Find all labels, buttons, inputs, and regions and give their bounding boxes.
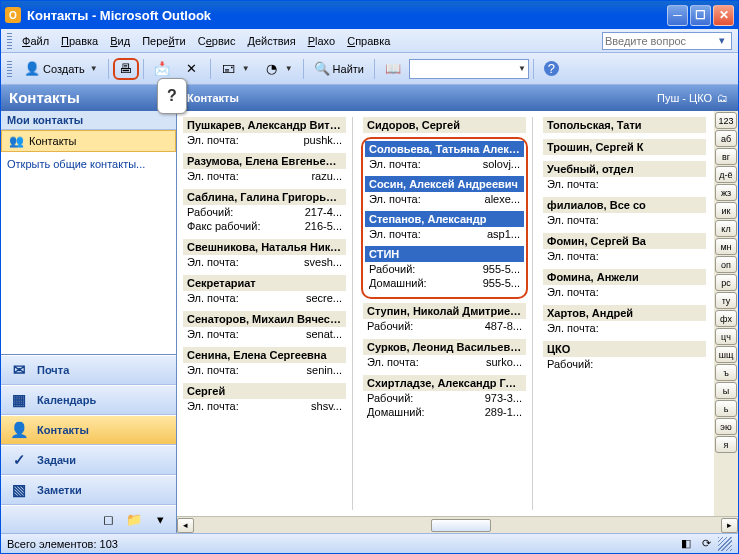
index-button[interactable]: кл xyxy=(715,220,737,237)
help-search[interactable]: ▾ xyxy=(602,32,732,50)
index-button[interactable]: ы xyxy=(715,382,737,399)
contact-card[interactable]: филиалов, Все соЭл. почта: xyxy=(543,197,706,227)
index-button[interactable]: рс xyxy=(715,274,737,291)
index-button[interactable]: фх xyxy=(715,310,737,327)
card-header[interactable]: Ступин, Николай Дмитриевич xyxy=(363,303,526,319)
menu-actions[interactable]: Действия xyxy=(241,33,301,49)
menu-plaxo[interactable]: Plaxo xyxy=(302,33,342,49)
contact-card[interactable]: ЦКОРабочий: xyxy=(543,341,706,371)
horizontal-scrollbar[interactable]: ◂ ▸ xyxy=(177,516,738,533)
folder-icon[interactable]: 📁 xyxy=(124,510,144,530)
wunderbar-item[interactable]: 👤Контакты xyxy=(1,415,176,445)
card-header[interactable]: Сергей xyxy=(183,383,346,399)
contact-card[interactable]: Схиртладзе, Александр Гео...Рабочий:973-… xyxy=(363,375,526,419)
addressbook-button[interactable]: 📖 xyxy=(379,58,407,80)
scroll-track[interactable] xyxy=(194,518,721,533)
contact-card[interactable]: Хартов, АндрейЭл. почта: xyxy=(543,305,706,335)
card-header[interactable]: Разумова, Елена Евгеньевна xyxy=(183,153,346,169)
contact-card[interactable]: СекретариатЭл. почта:secre... xyxy=(183,275,346,305)
card-header[interactable]: Хартов, Андрей xyxy=(543,305,706,321)
contact-card[interactable]: Трошин, Сергей К xyxy=(543,139,706,155)
contact-card[interactable]: Сосин, Алексей АндреевичЭл. почта:alexe.… xyxy=(365,176,524,206)
contact-card[interactable]: Саблина, Галина ГригорьевнаРабочий:217-4… xyxy=(183,189,346,233)
scroll-left-button[interactable]: ◂ xyxy=(177,518,194,533)
help-search-input[interactable] xyxy=(605,35,715,47)
card-header[interactable]: Степанов, Александр xyxy=(365,211,524,227)
wunderbar-item[interactable]: ▦Календарь xyxy=(1,385,176,415)
card-header[interactable]: Учебный, отдел xyxy=(543,161,706,177)
flag-button[interactable]: 🖃▼ xyxy=(215,58,256,80)
menu-go[interactable]: Перейти xyxy=(136,33,192,49)
help-button[interactable]: ? xyxy=(538,58,565,80)
card-header[interactable]: Сурков, Леонид Васильевич xyxy=(363,339,526,355)
card-header[interactable]: ЦКО xyxy=(543,341,706,357)
search-input[interactable]: ▼ xyxy=(409,59,529,79)
scroll-thumb[interactable] xyxy=(431,519,491,532)
contact-card[interactable]: Сурков, Леонид ВасильевичЭл. почта:surko… xyxy=(363,339,526,369)
contact-card[interactable]: Сенаторов, Михаил Вячесла...Эл. почта:se… xyxy=(183,311,346,341)
card-header[interactable]: Трошин, Сергей К xyxy=(543,139,706,155)
print-button[interactable]: 🖶 xyxy=(113,58,139,80)
contact-card[interactable]: Фомина, АнжелиЭл. почта: xyxy=(543,269,706,299)
minimize-button[interactable]: ─ xyxy=(667,5,688,26)
index-button[interactable]: эю xyxy=(715,418,737,435)
index-button[interactable]: ь xyxy=(715,400,737,417)
contact-card[interactable]: Ступин, Николай ДмитриевичРабочий:487-8.… xyxy=(363,303,526,333)
dropdown-icon[interactable]: ▾ xyxy=(715,34,729,47)
move-button[interactable]: 📩 xyxy=(148,58,176,80)
card-header[interactable]: Секретариат xyxy=(183,275,346,291)
scroll-right-button[interactable]: ▸ xyxy=(721,518,738,533)
index-button[interactable]: шщ xyxy=(715,346,737,363)
categorize-button[interactable]: ◔▼ xyxy=(258,58,299,80)
contact-card[interactable]: Разумова, Елена ЕвгеньевнаЭл. почта:razu… xyxy=(183,153,346,183)
dropdown-icon[interactable]: ▼ xyxy=(518,64,526,73)
card-header[interactable]: Сенаторов, Михаил Вячесла... xyxy=(183,311,346,327)
wunderbar-item[interactable]: ✉Почта xyxy=(1,355,176,385)
menu-tools[interactable]: Сервис xyxy=(192,33,242,49)
menu-help[interactable]: Справка xyxy=(341,33,396,49)
index-button[interactable]: мн xyxy=(715,238,737,255)
contact-card[interactable]: Пушкарев, Александр Вита...Эл. почта:pus… xyxy=(183,117,346,147)
index-button[interactable]: д-ё xyxy=(715,166,737,183)
index-button[interactable]: ик xyxy=(715,202,737,219)
index-button[interactable]: аб xyxy=(715,130,737,147)
card-header[interactable]: Свешникова, Наталья Никол... xyxy=(183,239,346,255)
contact-card[interactable]: Свешникова, Наталья Никол...Эл. почта:sv… xyxy=(183,239,346,269)
configure-buttons-icon[interactable]: ▾ xyxy=(150,510,170,530)
index-button[interactable]: ъ xyxy=(715,364,737,381)
menu-view[interactable]: Вид xyxy=(104,33,136,49)
contact-card[interactable]: Соловьева, Татьяна Алекса...Эл. почта:so… xyxy=(365,141,524,171)
index-button[interactable]: жз xyxy=(715,184,737,201)
card-header[interactable]: СТИН xyxy=(365,246,524,262)
contact-card[interactable]: Фомин, Сергей ВаЭл. почта: xyxy=(543,233,706,263)
card-header[interactable]: Сенина, Елена Сергеевна xyxy=(183,347,346,363)
index-button[interactable]: цч xyxy=(715,328,737,345)
contact-card[interactable]: Степанов, АлександрЭл. почта:asp1... xyxy=(365,211,524,241)
card-header[interactable]: Топольская, Тати xyxy=(543,117,706,133)
contact-card[interactable]: Топольская, Тати xyxy=(543,117,706,133)
shortcuts-icon[interactable]: ◻ xyxy=(98,510,118,530)
close-button[interactable]: ✕ xyxy=(713,5,734,26)
contact-card[interactable]: СТИНРабочий:955-5...Домашний:955-5... xyxy=(365,246,524,290)
card-header[interactable]: Пушкарев, Александр Вита... xyxy=(183,117,346,133)
nav-item-contacts[interactable]: 👥 Контакты xyxy=(1,130,176,152)
card-header[interactable]: филиалов, Все со xyxy=(543,197,706,213)
open-shared-contacts-link[interactable]: Открыть общие контакты... xyxy=(1,152,176,176)
new-button[interactable]: 👤 Создать ▼ xyxy=(18,58,104,80)
card-header[interactable]: Сосин, Алексей Андреевич xyxy=(365,176,524,192)
contact-card[interactable]: Сидоров, Сергей xyxy=(363,117,526,133)
index-button[interactable]: я xyxy=(715,436,737,453)
card-header[interactable]: Соловьева, Татьяна Алекса... xyxy=(365,141,524,157)
card-header[interactable]: Сидоров, Сергей xyxy=(363,117,526,133)
menu-edit[interactable]: Правка xyxy=(55,33,104,49)
maximize-button[interactable]: ☐ xyxy=(690,5,711,26)
contact-card[interactable]: Сенина, Елена СергеевнаЭл. почта:senin..… xyxy=(183,347,346,377)
contact-card[interactable]: Учебный, отделЭл. почта: xyxy=(543,161,706,191)
card-header[interactable]: Саблина, Галина Григорьевна xyxy=(183,189,346,205)
contact-card[interactable]: СергейЭл. почта:shsv... xyxy=(183,383,346,413)
index-button[interactable]: вг xyxy=(715,148,737,165)
index-button[interactable]: ту xyxy=(715,292,737,309)
card-header[interactable]: Фомин, Сергей Ва xyxy=(543,233,706,249)
menu-file[interactable]: Файл xyxy=(16,33,55,49)
index-button[interactable]: 123 xyxy=(715,112,737,129)
